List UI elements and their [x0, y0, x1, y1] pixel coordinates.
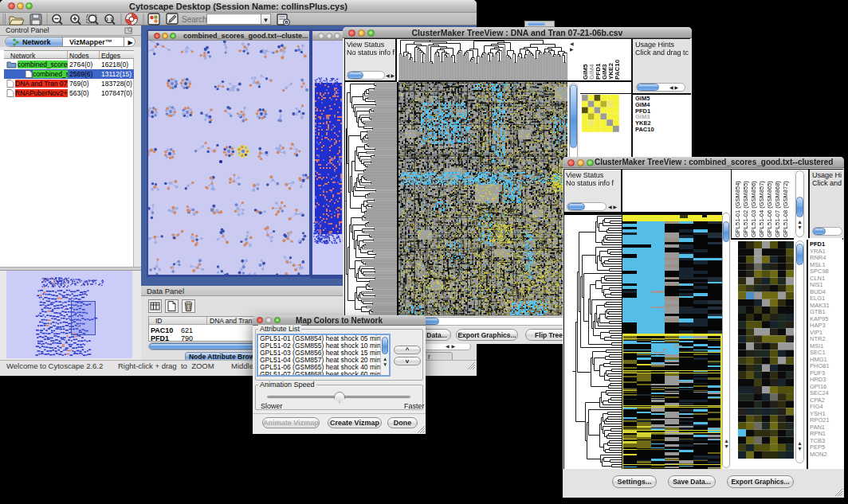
svg-text:1:1: 1:1	[106, 17, 112, 21]
svg-text:B: B	[285, 20, 289, 25]
